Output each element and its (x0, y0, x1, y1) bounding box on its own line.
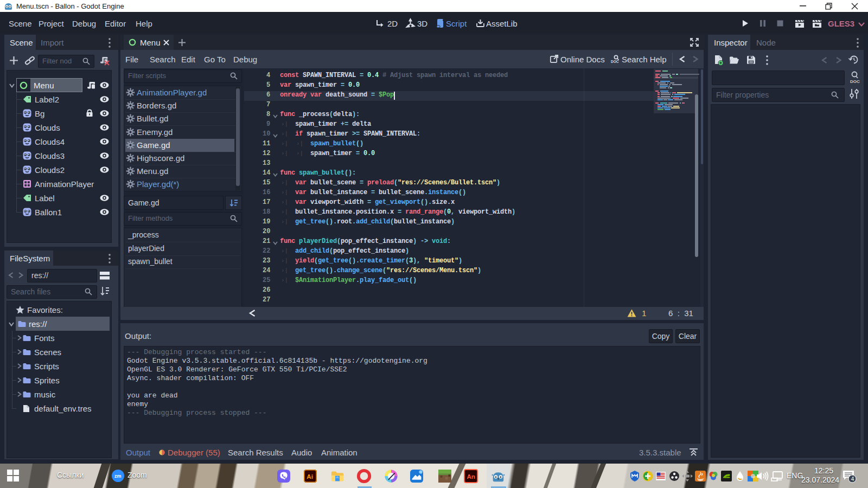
svg-text:DOC: DOC (850, 79, 860, 84)
svg-text:DOC: DOC (611, 60, 619, 63)
svg-text:Ai: Ai (307, 473, 313, 480)
svg-text:4: 4 (851, 476, 854, 482)
svg-text:zm: zm (114, 473, 122, 479)
svg-text:An: An (467, 473, 475, 480)
